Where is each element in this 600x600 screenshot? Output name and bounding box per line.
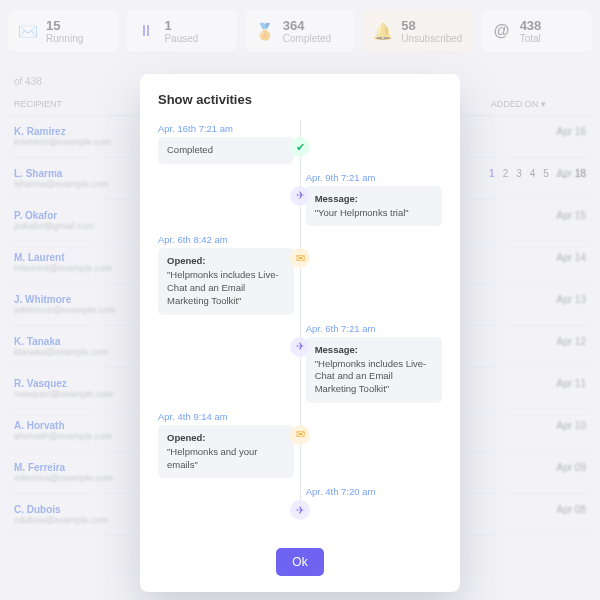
ok-button[interactable]: Ok <box>276 548 323 576</box>
timeline-event: Apr. 4th 9:14 amOpened:"Helpmonks and yo… <box>158 411 442 478</box>
opn-icon: ✉ <box>290 248 310 268</box>
activities-modal: Show activities Apr. 16th 7:21 amComplet… <box>140 74 460 592</box>
msg-icon: ✈ <box>290 500 310 520</box>
done-icon: ✔ <box>290 137 310 157</box>
timeline: Apr. 16th 7:21 amCompleted✔Apr. 9th 7:21… <box>158 119 442 538</box>
timeline-event: Apr. 6th 7:21 amMessage:"Helpmonks inclu… <box>158 323 442 403</box>
msg-icon: ✈ <box>290 186 310 206</box>
modal-title: Show activities <box>158 92 442 107</box>
opn-icon: ✉ <box>290 425 310 445</box>
timeline-event: Apr. 9th 7:21 amMessage:"Your Helpmonks … <box>158 172 442 227</box>
msg-icon: ✈ <box>290 337 310 357</box>
timeline-event: Apr. 6th 8:42 amOpened:"Helpmonks includ… <box>158 234 442 314</box>
timeline-event: Apr. 16th 7:21 amCompleted✔ <box>158 123 442 164</box>
timeline-event: Apr. 4th 7:20 am✈ <box>158 486 442 522</box>
